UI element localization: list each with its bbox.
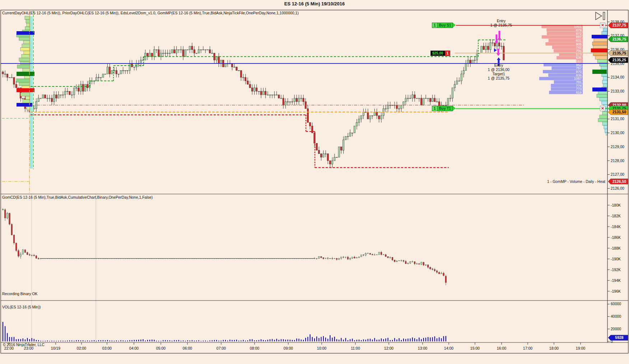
svg-text:07:00: 07:00 [216,346,226,350]
svg-text:13:00: 13:00 [418,346,427,350]
close-order-t1-icon[interactable]: ✕ [600,106,605,111]
vol-panel-indicator-label: VOL(ES 12-16 (5 Min)) [2,305,41,309]
buy-t1-label: Buy T1 [438,106,453,111]
svg-text:2131,00: 2131,00 [611,117,624,121]
svg-text:5928: 5928 [615,335,624,340]
ninjatrader-chart-window: ES 12-16 (5 Min) 19/10/2016 100187987299… [0,0,629,364]
svg-text:2129,00: 2129,00 [611,145,624,149]
svg-text:02:00: 02:00 [77,346,86,350]
buy-t1-arrow-icon [453,106,456,111]
delta-panel-indicator-label: GomCD(ES 12-16 (5 Min),True,BidAsk,Cumul… [2,195,153,199]
svg-text:2126,50: 2126,50 [612,179,626,184]
recording-status: Recording Binary OK [2,292,38,296]
svg-text:2131,50: 2131,50 [612,110,626,114]
svg-text:11:00: 11:00 [351,346,360,350]
svg-text:17:00: 17:00 [523,346,532,350]
svg-text:12:00: 12:00 [384,346,393,350]
svg-text:-192K: -192K [611,268,621,272]
svg-text:-190K: -190K [611,257,621,261]
svg-text:05:00: 05:00 [156,346,166,350]
buy-s1-arrow-icon [453,23,456,28]
svg-text:2130,00: 2130,00 [611,131,624,135]
go-to-live-icon[interactable] [596,12,605,20]
price-axis[interactable]: 2138,002137,002136,002135,002134,002133,… [607,20,628,344]
svg-text:20000: 20000 [611,327,621,331]
buy-s1-label: Buy S1 [438,23,453,28]
svg-text:60000: 60000 [611,302,621,306]
svg-text:16:00: 16:00 [497,346,506,350]
entry-annotation-top: Entry 1 @ 2135,75 [490,19,512,27]
svg-text:10/19: 10/19 [51,346,60,350]
svg-text:04:00: 04:00 [129,346,139,350]
svg-text:-180K: -180K [611,203,621,207]
svg-text:18:00: 18:00 [549,346,559,350]
svg-text:10:00: 10:00 [317,346,326,350]
svg-text:09:00: 09:00 [284,346,293,350]
svg-text:2127,00: 2127,00 [611,172,624,176]
gommp-footer-label: 1 - GomMP - Volume - Daily - Heat [547,179,605,184]
svg-text:06:00: 06:00 [183,346,192,350]
svg-text:-184K: -184K [611,224,621,229]
svg-text:2133,00: 2133,00 [611,89,624,93]
price-candles[interactable] [2,32,504,167]
svg-text:2128,00: 2128,00 [611,159,624,163]
svg-text:-194K: -194K [611,278,621,283]
svg-text:14:00: 14:00 [444,346,453,350]
time-axis[interactable]: 22:0023:0010/1902:0003:0004:0005:0006:00… [4,342,585,350]
pnl-qty: 1 [445,51,451,56]
copyright-label: © 2016 NinjaTrader, LLC [3,342,45,347]
svg-text:-182K: -182K [611,214,621,218]
pnl-tag[interactable]: $25,00 1 [430,51,450,56]
svg-text:40000: 40000 [611,314,621,318]
svg-text:19:00: 19:00 [576,346,585,350]
session-divider-lines [32,194,96,342]
svg-text:-188K: -188K [611,246,621,250]
svg-text:15:00: 15:00 [470,346,480,350]
svg-text:-196K: -196K [611,289,621,293]
svg-text:2135,25: 2135,25 [612,58,626,62]
buy-s1-qty: 1 [432,23,438,28]
buy-t1-order-tag[interactable]: 1 Buy T1 [432,106,456,111]
close-order-s1-icon[interactable]: ✕ [600,23,605,28]
svg-text:2136,75: 2136,75 [612,37,626,41]
svg-text:2135,75: 2135,75 [612,51,626,55]
price-level-lines [1,11,607,193]
prior-day-volume-profile [17,16,34,169]
buy-s1-order-tag[interactable]: 1 Buy S1 [432,23,456,28]
current-day-volume-profile [591,28,607,135]
svg-text:2126,00: 2126,00 [611,186,624,190]
cumulative-delta-candles[interactable] [2,208,446,285]
panel-frames [1,10,628,353]
gommp-bidask-profile: 1001879872997831905742705573635162952757… [539,24,583,94]
svg-text:2137,75: 2137,75 [612,23,626,27]
svg-text:2134,00: 2134,00 [611,75,624,79]
pnl-amount: $25,00 [430,51,445,56]
entry-annotation-bottom: Entry 1 @ 2136,00 Target1 1 @ 2135,75 [488,63,509,80]
buy-t1-qty: 1 [432,106,438,111]
chart-canvas[interactable]: 1001879872997831905742705573635162952757… [0,0,629,364]
price-panel-indicator-label: CurrentDayOHL(ES 12-16 (5 Min)), PriorDa… [2,11,299,15]
svg-text:03:00: 03:00 [102,346,112,350]
trade-arrows [494,31,501,66]
svg-text:08:00: 08:00 [250,346,259,350]
svg-text:-186K: -186K [611,235,621,240]
volume-bars[interactable] [3,322,446,341]
svg-text:819: 819 [576,90,582,94]
